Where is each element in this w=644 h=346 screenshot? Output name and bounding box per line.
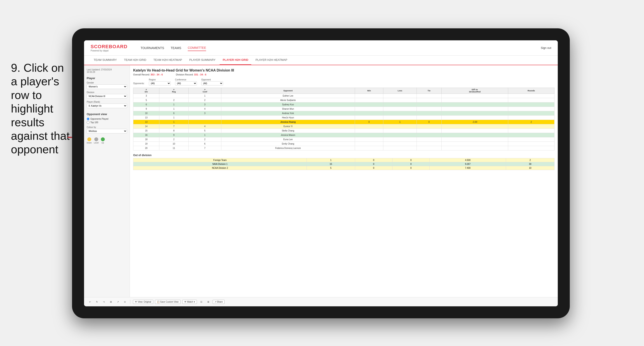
cell-div: 13 bbox=[134, 120, 159, 124]
table-row-highlighted[interactable]: 13 1 Jessica Huang 0 1 0 -3.00 2 bbox=[134, 120, 554, 124]
cell-reg: 1 bbox=[159, 102, 188, 107]
sidebar-timestamp: Last Updated: 27/03/2024 16:55:28 bbox=[87, 68, 127, 73]
toolbar-undo[interactable]: ↩ bbox=[87, 300, 92, 304]
cell-div: 19 bbox=[134, 142, 159, 146]
cell-div: 14 bbox=[134, 124, 159, 129]
cell-div: 10 bbox=[134, 111, 159, 116]
nav-committee[interactable]: COMMITTEE bbox=[188, 45, 206, 51]
cell-win bbox=[355, 94, 383, 98]
grid-table: #Div #Reg #Conf Opponent Win Loss Tie Di… bbox=[133, 88, 554, 151]
toolbar-grid[interactable]: ⊞ bbox=[108, 300, 114, 304]
cell-reg: 1 bbox=[159, 116, 188, 120]
division-record: Division Record: 331 - 34 - 6 bbox=[176, 73, 206, 76]
cell-reg: 2 bbox=[159, 98, 188, 102]
conference-select[interactable]: (All) bbox=[175, 81, 197, 85]
subnav-team-h2h-heatmap[interactable]: TEAM H2H HEATMAP bbox=[150, 55, 185, 65]
nav-teams[interactable]: TEAMS bbox=[171, 45, 181, 51]
toolbar-layout1[interactable]: ⊡ bbox=[199, 300, 204, 304]
ood-loss: 0 bbox=[355, 162, 392, 166]
ood-diff: 4.500 bbox=[430, 158, 506, 162]
watch-icon: 👁 bbox=[184, 301, 186, 303]
cell-div: 9 bbox=[134, 107, 159, 111]
toolbar-view-original[interactable]: 👁 View: Original bbox=[133, 300, 153, 304]
table-row[interactable]: 5 2 2 Alexis Sudjianto bbox=[134, 98, 554, 102]
table-row[interactable]: 18 2 2 Euna Lee bbox=[134, 137, 554, 142]
save-label: Save Custom View bbox=[160, 301, 178, 303]
cell-diff bbox=[442, 102, 508, 107]
cell-rounds bbox=[508, 98, 554, 102]
cell-opponent: Sydney Kuo bbox=[221, 102, 355, 107]
toolbar-redo[interactable]: ↻ bbox=[94, 300, 100, 304]
sidebar-gender-label: Gender bbox=[87, 82, 127, 84]
cell-loss bbox=[383, 94, 417, 98]
view-label: View: Original bbox=[138, 301, 151, 303]
toolbar-watch[interactable]: 👁 Watch ▾ bbox=[182, 300, 197, 304]
cell-conf: 3 bbox=[188, 111, 221, 116]
radio-top100[interactable]: Top 100 bbox=[87, 121, 127, 124]
nav-items: TOURNAMENTS TEAMS COMMITTEE bbox=[140, 45, 206, 51]
table-row[interactable]: 20 11 7 Federica Domecq Lacroze bbox=[134, 146, 554, 151]
colour-by-select[interactable]: Win/loss bbox=[87, 129, 127, 133]
table-row[interactable]: 13 1 HeeJo Hyun bbox=[134, 116, 554, 120]
table-row[interactable]: 15 8 5 Stella Chang bbox=[134, 129, 554, 133]
cell-div: 6 bbox=[134, 102, 159, 107]
radio-opponents-played[interactable]: Opponents Played bbox=[87, 118, 127, 120]
toolbar-redo2[interactable]: ↪ bbox=[101, 300, 106, 304]
toolbar-share[interactable]: ↗ Share bbox=[213, 300, 225, 304]
subnav-team-summary[interactable]: TEAM SUMMARY bbox=[90, 55, 120, 65]
ood-row[interactable]: NCAA Division 2 5 0 0 7.400 10 bbox=[134, 166, 554, 170]
nav-tournaments[interactable]: TOURNAMENTS bbox=[140, 45, 164, 51]
sidebar-division-select[interactable]: NCAA Division III bbox=[87, 94, 127, 99]
cell-reg: 11 bbox=[159, 146, 188, 151]
table-row[interactable]: 9 1 4 Sharon Mun bbox=[134, 107, 554, 111]
sidebar-player-select[interactable]: 8. Katelyn Vo bbox=[87, 104, 127, 108]
cell-div: 18 bbox=[134, 137, 159, 142]
cell-div: 15 bbox=[134, 129, 159, 133]
region-select[interactable]: (All) bbox=[149, 81, 171, 85]
subnav-player-h2h-heatmap[interactable]: PLAYER H2H HEATMAP bbox=[252, 55, 290, 65]
opponent-select[interactable]: (All) bbox=[201, 81, 223, 85]
cell-tie bbox=[416, 98, 442, 102]
cell-diff bbox=[442, 142, 508, 146]
toolbar-export[interactable]: ↗ bbox=[115, 300, 120, 304]
cell-reg: 10 bbox=[159, 142, 188, 146]
table-row[interactable]: 3 1 Esther Lee bbox=[134, 94, 554, 98]
cell-opponent: Euna Lee bbox=[221, 137, 355, 142]
ood-row[interactable]: Foreign Team 1 0 0 4.500 2 bbox=[134, 158, 554, 162]
table-row[interactable]: 19 10 6 Emily Chang bbox=[134, 142, 554, 146]
table-row[interactable]: 14 7 4 Eunice Yi bbox=[134, 124, 554, 129]
cell-reg: 8 bbox=[159, 129, 188, 133]
ood-row[interactable]: NAIA Division 1 15 0 0 9.267 30 bbox=[134, 162, 554, 166]
table-row[interactable]: 10 6 3 Andrea York bbox=[134, 111, 554, 116]
subnav-player-h2h-grid[interactable]: PLAYER H2H GRID bbox=[220, 55, 251, 65]
ood-rounds: 30 bbox=[506, 162, 554, 166]
sidebar-gender-select[interactable]: Women's bbox=[87, 84, 127, 89]
toolbar-save-custom[interactable]: 📋 Save Custom View bbox=[155, 300, 180, 304]
ood-label: NAIA Division 1 bbox=[134, 162, 307, 166]
cell-rounds bbox=[508, 142, 554, 146]
cell-loss bbox=[383, 111, 417, 116]
table-row[interactable]: 6 1 3 Sydney Kuo bbox=[134, 102, 554, 107]
toolbar-refresh[interactable]: ⊙ bbox=[122, 300, 128, 304]
ood-tie: 0 bbox=[392, 166, 430, 170]
cell-tie bbox=[416, 116, 442, 120]
cell-conf: 5 bbox=[188, 129, 221, 133]
ood-rounds: 2 bbox=[506, 158, 554, 162]
tablet-frame: SCOREBOARD Powered by clippd TOURNAMENTS… bbox=[72, 28, 570, 318]
cell-rounds bbox=[508, 94, 554, 98]
data-area: Katelyn Vo Head-to-Head Grid for Women's… bbox=[130, 65, 558, 297]
cell-win bbox=[355, 146, 383, 151]
sign-out[interactable]: Sign out bbox=[541, 46, 551, 49]
cell-win bbox=[355, 137, 383, 142]
cell-div: 5 bbox=[134, 98, 159, 102]
cell-loss bbox=[383, 142, 417, 146]
subnav-team-h2h-grid[interactable]: TEAM H2H GRID bbox=[121, 55, 149, 65]
cell-opponent: Andrea York bbox=[221, 111, 355, 116]
cell-tie bbox=[416, 94, 442, 98]
ood-loss: 0 bbox=[355, 158, 392, 162]
table-row[interactable]: 16 9 1 Jessica Mason bbox=[134, 133, 554, 137]
cell-conf: 3 bbox=[188, 102, 221, 107]
subnav-player-summary[interactable]: PLAYER SUMMARY bbox=[186, 55, 218, 65]
toolbar-layout2[interactable]: ⊞ bbox=[206, 300, 211, 304]
cell-reg: 6 bbox=[159, 111, 188, 116]
